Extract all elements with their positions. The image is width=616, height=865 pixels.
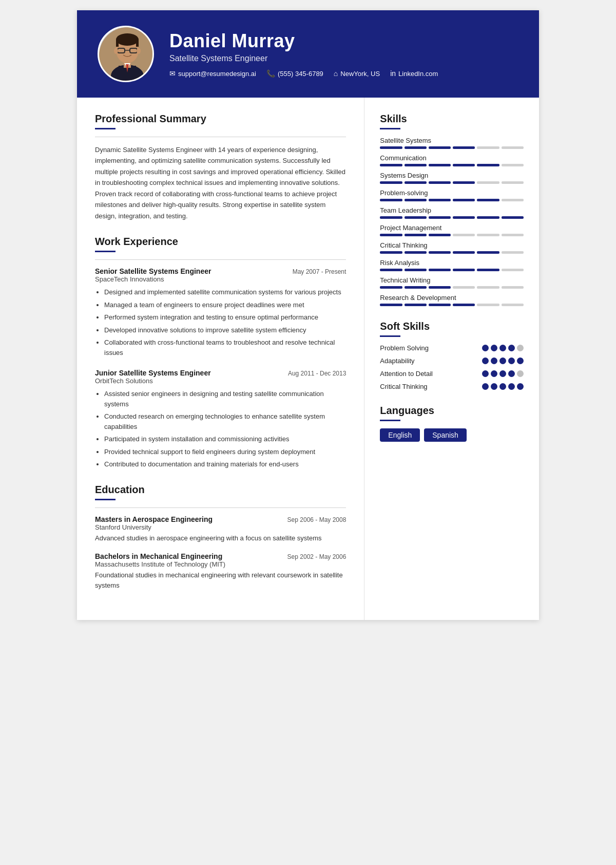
soft-skill-dots: [482, 358, 524, 364]
edu-1-degree: Masters in Aerospace Engineering: [95, 515, 213, 523]
skill-segment: [380, 181, 402, 184]
soft-skills-divider: [380, 335, 400, 337]
list-item: Developed innovative solutions to improv…: [104, 325, 346, 335]
skill-segment: [477, 199, 499, 201]
language-badge: English: [380, 428, 420, 442]
summary-divider: [95, 128, 116, 129]
skill-segment: [502, 181, 524, 184]
dot: [491, 370, 497, 377]
skill-bar: [380, 164, 524, 166]
dot: [508, 370, 515, 377]
dot: [482, 370, 489, 377]
skill-segment: [405, 304, 427, 306]
dot: [517, 358, 524, 364]
skill-item: Risk Analysis: [380, 259, 524, 271]
skill-segment: [380, 269, 402, 271]
skill-segment: [429, 199, 451, 201]
skill-bar: [380, 304, 524, 306]
languages-title: Languages: [380, 405, 524, 417]
skills-divider: [380, 128, 400, 129]
skill-segment: [502, 234, 524, 236]
language-badge: Spanish: [424, 428, 467, 442]
header-info: Daniel Murray Satellite Systems Engineer…: [169, 30, 518, 78]
job-1: Senior Satellite Systems Engineer May 20…: [95, 267, 346, 358]
skill-bar: [380, 216, 524, 219]
edu-1-date: Sep 2006 - May 2008: [287, 516, 346, 523]
skill-segment: [453, 146, 475, 149]
soft-skills-title: Soft Skills: [380, 321, 524, 332]
list-item: Managed a team of engineers to ensure pr…: [104, 300, 346, 310]
soft-skills-list: Problem SolvingAdaptabilityAttention to …: [380, 344, 524, 390]
skill-segment: [405, 234, 427, 236]
languages-section: Languages EnglishSpanish: [380, 405, 524, 442]
skill-name: Problem-solving: [380, 189, 524, 197]
skill-bar: [380, 234, 524, 236]
dot: [482, 358, 489, 364]
resume-header: Daniel Murray Satellite Systems Engineer…: [77, 10, 539, 98]
edu-1-school: Stanford University: [95, 523, 346, 531]
edu-2-school: Massachusetts Institute of Technology (M…: [95, 560, 346, 568]
soft-skill-item: Problem Solving: [380, 344, 524, 352]
skill-item: Satellite Systems: [380, 137, 524, 149]
right-column: Skills Satellite SystemsCommunicationSys…: [364, 98, 539, 620]
soft-skill-dots: [482, 345, 524, 351]
skill-segment: [380, 251, 402, 254]
dot: [499, 370, 506, 377]
skill-segment: [429, 181, 451, 184]
skill-segment: [429, 146, 451, 149]
skill-segment: [405, 269, 427, 271]
skill-segment: [405, 216, 427, 219]
soft-skills-section: Soft Skills Problem SolvingAdaptabilityA…: [380, 321, 524, 390]
job-1-date: May 2007 - Present: [293, 268, 346, 275]
skill-name: Team Leadership: [380, 206, 524, 214]
skill-segment: [502, 199, 524, 201]
skill-segment: [380, 199, 402, 201]
dot: [499, 345, 506, 351]
dot: [517, 383, 524, 390]
skill-name: Technical Writing: [380, 276, 524, 284]
skill-segment: [405, 164, 427, 166]
skill-segment: [405, 286, 427, 289]
skill-segment: [405, 146, 427, 149]
skill-segment: [380, 304, 402, 306]
skill-segment: [477, 216, 499, 219]
summary-section: Professional Summary Dynamic Satellite S…: [95, 113, 346, 221]
soft-skill-item: Attention to Detail: [380, 370, 524, 378]
dot: [517, 345, 524, 351]
skill-segment: [429, 234, 451, 236]
skill-bar: [380, 269, 524, 271]
skill-segment: [380, 164, 402, 166]
skill-segment: [453, 216, 475, 219]
soft-skill-dots: [482, 370, 524, 377]
skill-segment: [477, 234, 499, 236]
email-icon: ✉: [169, 69, 176, 78]
skill-segment: [453, 199, 475, 201]
skill-bar: [380, 286, 524, 289]
skill-item: Critical Thinking: [380, 241, 524, 254]
skill-segment: [429, 251, 451, 254]
svg-rect-14: [136, 40, 139, 47]
job-2-title: Junior Satellite Systems Engineer: [95, 369, 211, 377]
soft-skill-name: Adaptability: [380, 357, 482, 365]
edu-2-header: Bachelors in Mechanical Engineering Sep …: [95, 552, 346, 560]
job-1-header: Senior Satellite Systems Engineer May 20…: [95, 267, 346, 275]
skill-bar: [380, 181, 524, 184]
list-item: Contributed to documentation and trainin…: [104, 459, 346, 469]
skill-segment: [405, 199, 427, 201]
list-item: Provided technical support to field engi…: [104, 447, 346, 457]
education-divider: [95, 499, 116, 500]
job-1-title: Senior Satellite Systems Engineer: [95, 267, 211, 275]
contact-linkedin: in LinkedIn.com: [390, 69, 438, 78]
resume-body: Professional Summary Dynamic Satellite S…: [77, 98, 539, 620]
resume-container: Daniel Murray Satellite Systems Engineer…: [77, 10, 539, 620]
dot: [499, 358, 506, 364]
skill-segment: [380, 216, 402, 219]
skill-segment: [502, 216, 524, 219]
experience-section: Work Experience Senior Satellite Systems…: [95, 236, 346, 469]
left-column: Professional Summary Dynamic Satellite S…: [77, 98, 364, 620]
contact-phone: 📞 (555) 345-6789: [266, 69, 323, 78]
skill-name: Communication: [380, 154, 524, 162]
education-title: Education: [95, 484, 346, 496]
skill-item: Technical Writing: [380, 276, 524, 289]
edu-2-desc: Foundational studies in mechanical engin…: [95, 570, 346, 590]
